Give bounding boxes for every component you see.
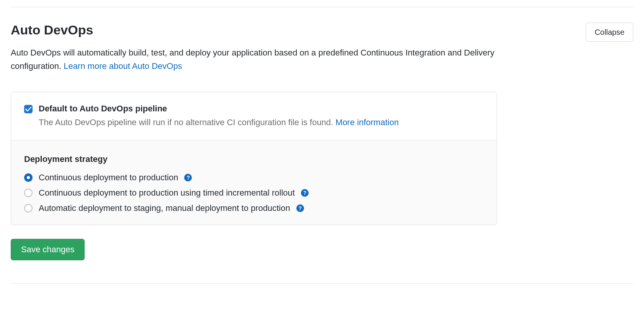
default-pipeline-subtext: The Auto DevOps pipeline will run if no …: [39, 116, 399, 129]
divider-top: [11, 7, 633, 7]
help-icon[interactable]: ?: [301, 189, 309, 197]
deployment-strategy-title: Deployment strategy: [24, 154, 484, 164]
radio-option-continuous-production[interactable]: Continuous deployment to production ?: [24, 173, 484, 183]
panel-default-pipeline: Default to Auto DevOps pipeline The Auto…: [11, 92, 497, 140]
default-pipeline-label: Default to Auto DevOps pipeline: [39, 104, 399, 114]
radio-option-staging-manual-production[interactable]: Automatic deployment to staging, manual …: [24, 203, 484, 213]
section-header: Auto DevOps Collapse: [11, 23, 633, 46]
default-pipeline-checkbox[interactable]: [24, 105, 33, 113]
collapse-button[interactable]: Collapse: [586, 23, 633, 42]
radio-indicator: [24, 189, 33, 197]
radio-label: Continuous deployment to production: [39, 173, 178, 183]
divider-bottom: [11, 283, 633, 284]
learn-more-link[interactable]: Learn more about Auto DevOps: [64, 61, 182, 71]
default-pipeline-subtext-text: The Auto DevOps pipeline will run if no …: [39, 118, 335, 127]
more-information-link[interactable]: More information: [335, 118, 399, 127]
save-changes-button[interactable]: Save changes: [11, 239, 85, 260]
radio-label: Automatic deployment to staging, manual …: [39, 203, 290, 213]
radio-indicator: [24, 173, 33, 182]
settings-panel: Default to Auto DevOps pipeline The Auto…: [11, 92, 497, 225]
panel-deployment-strategy: Deployment strategy Continuous deploymen…: [11, 140, 497, 225]
radio-option-timed-incremental[interactable]: Continuous deployment to production usin…: [24, 188, 484, 198]
deployment-strategy-radio-group: Continuous deployment to production ? Co…: [24, 173, 484, 213]
help-icon[interactable]: ?: [296, 204, 304, 212]
radio-indicator: [24, 204, 33, 212]
help-icon[interactable]: ?: [184, 174, 192, 181]
section-description: Auto DevOps will automatically build, te…: [11, 46, 508, 73]
radio-label: Continuous deployment to production usin…: [39, 188, 295, 198]
checkmark-icon: [25, 106, 31, 112]
section-title: Auto DevOps: [11, 23, 93, 38]
